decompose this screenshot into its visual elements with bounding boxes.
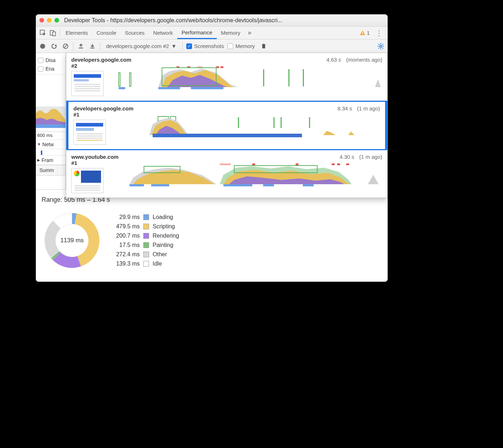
recording-thumbnail [71,71,104,96]
tab-performance[interactable]: Performance [177,27,217,39]
left-column: Disa Ena 600 ms ▼ [36,53,66,189]
tab-console[interactable]: Console [92,27,121,39]
record-icon[interactable] [39,42,47,50]
zoom-icon[interactable] [54,18,59,23]
recording-when: (1 m ago) [357,105,380,111]
svg-rect-35 [191,87,224,89]
clear-icon[interactable] [62,42,70,50]
legend-swatch [143,224,149,229]
svg-rect-2 [53,32,56,36]
disable-checkbox-row[interactable]: Disa [38,56,63,65]
traffic-lights [39,18,59,23]
legend-row: 139.3 msIdle [111,259,179,268]
svg-rect-48 [332,163,335,165]
summary-donut: 1139 ms [42,210,102,271]
checkbox-icon [38,66,43,72]
svg-rect-50 [346,163,349,165]
legend-label: Rendering [153,233,179,239]
legend-ms: 200.7 ms [111,233,140,239]
save-profile-icon[interactable] [88,42,96,50]
enable-label: Ena [45,66,54,72]
frames-row[interactable]: ▶ Fram [36,156,66,165]
legend-swatch [143,252,149,257]
tab-sources[interactable]: Sources [121,27,149,39]
reload-icon[interactable] [50,42,58,50]
network-row[interactable]: ▼ Netw [36,140,66,149]
legend-label: Loading [153,214,173,220]
svg-rect-31 [263,69,264,86]
svg-line-7 [64,44,67,48]
legend-row: 29.9 msLoading [111,213,179,222]
tab-summary[interactable]: Summ [36,165,58,175]
menu-icon[interactable]: ⋮ [373,29,385,37]
more-tabs-icon[interactable]: » [245,28,255,38]
legend-ms: 17.5 ms [111,242,140,248]
network-row-label: Netw [42,142,54,147]
svg-rect-12 [263,44,264,44]
checkbox-icon [227,43,233,49]
frames-row-label: Fram [42,157,53,163]
svg-point-5 [40,44,45,49]
recording-item[interactable]: developers.google.com #2 4.63 s (moments… [66,53,387,101]
memory-label: Memory [235,43,255,49]
recording-when: (moments ago) [346,57,382,63]
tab-network[interactable]: Network [149,27,177,39]
legend-label: Painting [153,242,173,248]
tab-memory[interactable]: Memory [217,27,245,39]
device-toggle-icon[interactable] [48,28,58,38]
legend-row: 200.7 msRendering [111,231,179,240]
svg-rect-29 [129,73,131,86]
svg-line-18 [379,44,379,44]
svg-rect-28 [119,73,120,86]
legend-row: 17.5 msPainting [111,240,179,250]
recording-select[interactable]: developers.google.com #2 ▼ [104,43,179,49]
minimize-icon[interactable] [47,18,52,23]
svg-line-19 [382,48,383,48]
recording-overview-chart [108,162,382,187]
legend-swatch [143,261,149,267]
devtools-window: Developer Tools - https://developers.goo… [36,14,388,282]
enable-checkbox-row[interactable]: Ena [38,65,63,73]
disable-label: Disa [45,57,56,63]
recording-when: (1 m ago) [359,154,382,160]
load-profile-icon[interactable] [77,42,85,50]
recordings-dropdown: developers.google.com #2 4.63 s (moments… [66,53,388,198]
svg-rect-45 [220,163,230,165]
warning-count: 1 [367,30,370,36]
checkbox-icon [38,58,43,63]
svg-rect-11 [262,44,265,45]
recording-duration: 8.34 s [337,105,352,111]
performance-body: Disa Ena 600 ms ▼ [36,53,388,282]
svg-rect-3 [362,32,363,34]
recording-item[interactable]: developers.google.com #1 8.34 s (1 m ago… [66,101,387,150]
summary-total: 1139 ms [42,210,102,271]
close-icon[interactable] [39,18,44,23]
chevron-down-icon: ▼ [37,142,41,146]
titlebar: Developer Tools - https://developers.goo… [36,14,388,27]
overview-strip[interactable] [36,75,66,132]
warnings-badge[interactable]: 1 [357,30,373,36]
svg-rect-49 [337,163,340,165]
svg-rect-42 [309,117,310,128]
legend-ms: 272.4 ms [111,251,140,258]
trash-icon[interactable] [260,42,268,50]
checkbox-icon: ✓ [186,43,192,49]
svg-rect-47 [296,163,298,165]
recording-item[interactable]: www.youtube.com #1 4.30 s (1 m ago) [66,150,387,197]
inspect-icon[interactable] [38,28,48,38]
screenshots-checkbox[interactable]: ✓ Screenshots [186,43,224,49]
legend-ms: 139.3 ms [111,261,140,267]
tab-elements[interactable]: Elements [61,27,92,39]
recording-thumbnail [73,120,106,145]
recording-overview-chart [110,114,380,139]
memory-checkbox[interactable]: Memory [227,43,255,49]
chevron-right-icon: ▶ [37,158,40,162]
legend-row: 479.5 msScripting [111,222,179,231]
svg-rect-10 [262,45,265,48]
svg-rect-34 [158,87,180,89]
summary-legend: 29.9 msLoading479.5 msScripting200.7 msR… [111,213,179,268]
svg-line-21 [379,48,379,48]
svg-rect-32 [288,69,289,86]
settings-icon[interactable] [377,42,385,50]
svg-rect-46 [252,163,255,165]
